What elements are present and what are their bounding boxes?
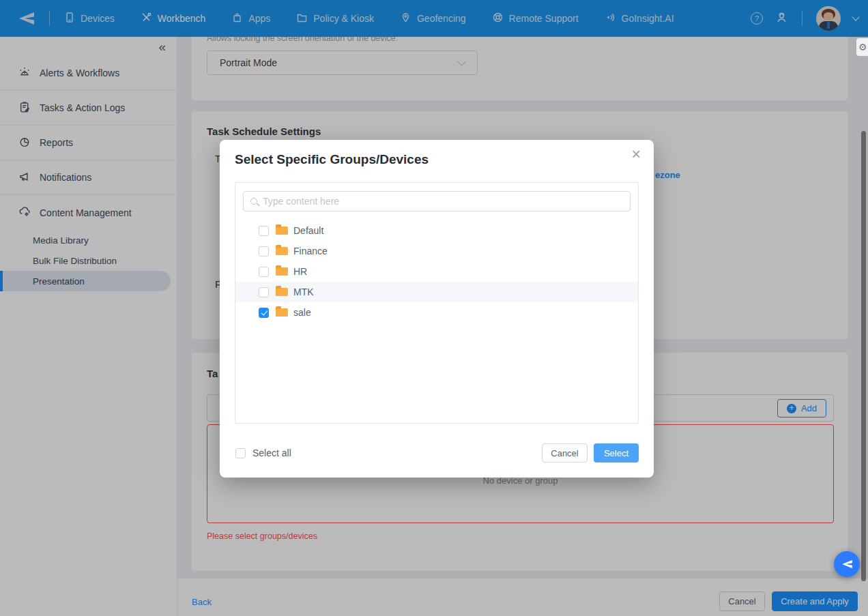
modal-footer: Select all Cancel Select — [235, 443, 639, 463]
select-groups-devices-modal: Select Specific Groups/Devices × Default… — [220, 140, 654, 478]
modal-cancel-button[interactable]: Cancel — [542, 443, 588, 463]
tree-row-finance[interactable]: Finance — [235, 241, 638, 261]
modal-buttons: Cancel Select — [542, 443, 639, 463]
group-name: MTK — [293, 287, 314, 297]
app-window: Devices Workbench Apps Policy & Kiosk Ge… — [0, 0, 868, 616]
folder-icon — [276, 308, 288, 317]
checkbox-unchecked[interactable] — [259, 246, 269, 256]
checkbox-unchecked[interactable] — [259, 267, 269, 277]
checkbox-unchecked[interactable] — [259, 287, 269, 297]
settings-flap[interactable]: ⚙ — [856, 38, 868, 56]
folder-icon — [276, 288, 288, 296]
checkbox-unchecked[interactable] — [259, 226, 269, 236]
checkbox-checked[interactable] — [259, 308, 269, 318]
scrollbar-thumb[interactable] — [861, 131, 866, 581]
folder-icon — [276, 247, 288, 255]
search-input[interactable] — [263, 196, 623, 207]
group-name: sale — [293, 307, 311, 318]
select-all-label: Select all — [252, 448, 291, 458]
folder-icon — [276, 226, 288, 235]
folder-icon — [276, 267, 288, 276]
group-name: HR — [293, 266, 307, 277]
group-tree: Default Finance HR MTK — [235, 220, 638, 323]
gear-icon: ⚙ — [858, 42, 867, 53]
paper-plane-icon — [841, 559, 854, 570]
tree-row-sale[interactable]: sale — [235, 302, 638, 323]
floating-brand-button[interactable] — [834, 551, 860, 577]
close-icon[interactable]: × — [632, 147, 641, 162]
group-name: Default — [293, 225, 323, 236]
search-box — [243, 191, 631, 211]
modal-title: Select Specific Groups/Devices — [235, 152, 429, 167]
group-tree-panel: Default Finance HR MTK — [235, 182, 639, 424]
group-name: Finance — [293, 246, 328, 256]
select-all-checkbox[interactable] — [235, 448, 246, 458]
modal-select-button[interactable]: Select — [594, 443, 639, 463]
tree-row-mtk[interactable]: MTK — [235, 282, 638, 302]
tree-row-default[interactable]: Default — [235, 220, 638, 241]
search-icon — [250, 198, 257, 205]
tree-row-hr[interactable]: HR — [235, 261, 638, 282]
